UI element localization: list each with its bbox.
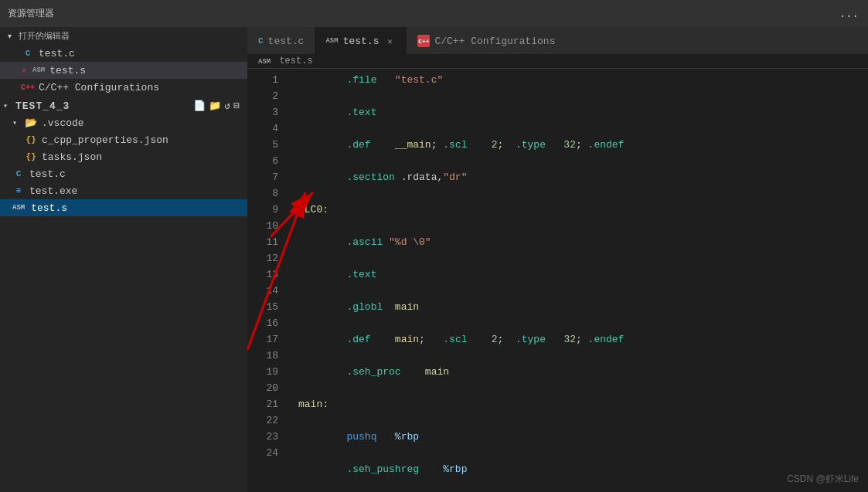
title-bar: 资源管理器 ... xyxy=(0,0,868,27)
title-text: 资源管理器 xyxy=(0,7,54,20)
c-file-icon: C xyxy=(22,47,34,59)
sidebar-item-test-exe[interactable]: ≡ test.exe xyxy=(0,182,247,199)
code-content[interactable]: .file "test.c" .text .def __main; .scl 2… xyxy=(286,69,868,492)
new-file-icon[interactable]: 📄 xyxy=(193,100,206,112)
tab-test-c-label: test.c xyxy=(268,36,305,47)
line-numbers: 12345 678910 1112131415 1617181920 21222… xyxy=(247,69,286,492)
c-cpp-properties-label: c_cpp_properties.json xyxy=(42,134,168,146)
open-editors-section: ▾ 打开的编辑器 xyxy=(0,27,247,45)
tabs-bar: C test.c ASM test.s ✕ C++ C/C++ Configur… xyxy=(247,27,868,54)
cpp-config-label: C/C++ Configurations xyxy=(39,82,159,93)
collapse-icon[interactable]: ⊟ xyxy=(233,100,240,112)
sidebar-item-test-s-open[interactable]: ✕ ASM test.s xyxy=(0,62,247,79)
sidebar: ▾ 打开的编辑器 C test.c ✕ ASM test.s C++ C/C++… xyxy=(0,27,247,492)
tasks-json-label: tasks.json xyxy=(42,151,102,163)
file-label-text: test.s xyxy=(279,56,312,66)
sidebar-item-test-c-root[interactable]: C test.c xyxy=(0,165,247,182)
test-c-root-label: test.c xyxy=(29,168,66,180)
sidebar-item-tasks-json[interactable]: {} tasks.json xyxy=(0,148,247,165)
tab-close-button[interactable]: ✕ xyxy=(383,35,396,47)
sidebar-item-test-c[interactable]: C test.c xyxy=(0,45,247,62)
tab-c-badge: C xyxy=(258,36,264,46)
sidebar-item-c-cpp-properties[interactable]: {} c_cpp_properties.json xyxy=(0,131,247,148)
test-s-label-open: test.s xyxy=(49,65,86,76)
vscode-folder-label: .vscode xyxy=(42,117,84,129)
tab-test-c[interactable]: C test.c xyxy=(247,27,315,54)
project-root[interactable]: ▾ TEST_4_3 📄 📁 ↺ ⊟ xyxy=(0,97,247,114)
tab-cpp-config[interactable]: C++ C/C++ Configurations xyxy=(407,27,566,54)
tab-test-s[interactable]: ASM test.s ✕ xyxy=(315,27,407,54)
title-more[interactable]: ... xyxy=(839,8,868,20)
json-icon-2: {} xyxy=(25,151,37,163)
refresh-icon[interactable]: ↺ xyxy=(224,100,230,112)
tab-asm-badge: ASM xyxy=(325,37,338,45)
tab-cpp-config-label: C/C++ Configurations xyxy=(434,36,555,47)
vscode-folder-icon: 📂 xyxy=(25,117,37,129)
watermark: CSDN @虾米Life xyxy=(787,473,859,486)
editor-area: C test.c ASM test.s ✕ C++ C/C++ Configur… xyxy=(247,27,868,492)
json-icon-1: {} xyxy=(25,134,37,146)
editor-file-label: ASM test.s xyxy=(247,54,868,69)
editor-content[interactable]: 12345 678910 1112131415 1617181920 21222… xyxy=(247,69,868,492)
test-c-label: test.c xyxy=(39,48,75,59)
asm-badge-label: ASM xyxy=(258,58,271,66)
cpp-icon: C++ xyxy=(22,81,34,93)
vscode-folder[interactable]: ▾ 📂 .vscode xyxy=(0,114,247,131)
new-folder-icon[interactable]: 📁 xyxy=(209,100,221,112)
c-icon-root: C xyxy=(12,168,25,180)
asm-badge-open: ASM xyxy=(32,66,45,74)
tab-test-s-label: test.s xyxy=(343,36,380,47)
close-icon-small[interactable]: ✕ xyxy=(22,66,26,75)
project-name: TEST_4_3 xyxy=(15,100,70,112)
asm-badge-sidebar: ASM xyxy=(12,204,25,212)
test-s-sidebar-label: test.s xyxy=(31,202,67,214)
sidebar-item-test-s[interactable]: ASM test.s xyxy=(0,199,247,216)
exe-icon: ≡ xyxy=(12,185,25,197)
sidebar-item-cpp-config[interactable]: C++ C/C++ Configurations xyxy=(0,79,247,96)
test-exe-label: test.exe xyxy=(29,185,77,197)
open-editors-label: 打开的编辑器 xyxy=(19,30,70,42)
tab-cpp-icon: C++ xyxy=(417,35,430,47)
